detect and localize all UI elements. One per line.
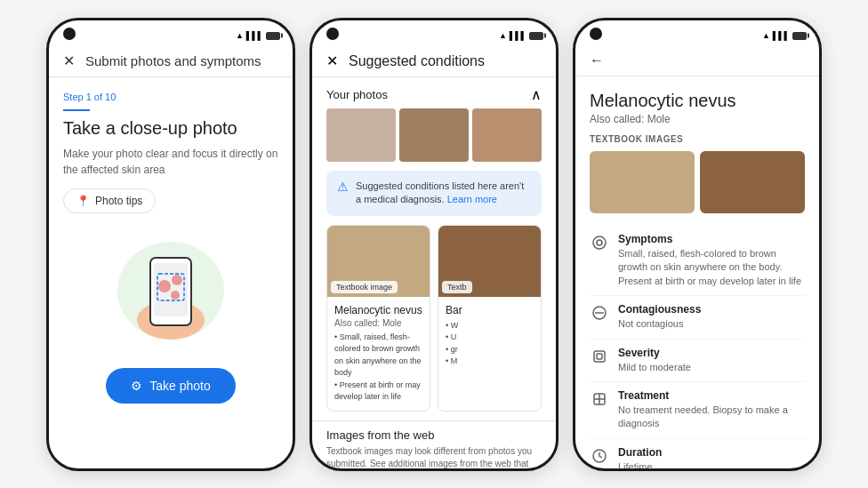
photo-thumb-2 [399,108,469,162]
phone-2-notch [326,28,339,40]
phone-1: ▲ ▌▌▌ ✕ Submit photos and symptoms Step … [46,18,295,471]
status-icons-3: ▲ ▌▌▌ [762,31,807,40]
phone-3-notch [590,28,602,40]
severity-title: Severity [618,347,691,359]
condition-card-2[interactable]: Textb Bar • W• U• gr• M [438,225,542,412]
photo-thumb-1 [326,108,396,162]
condition-card-1[interactable]: Textbook image Melanocytic nevus Also ca… [326,225,430,412]
detail-contagiousness: Contagiousness Not contagious [590,296,805,339]
status-icons-2: ▲ ▌▌▌ [499,31,543,40]
detail-treatment: Treatment No treament needed. Biopsy to … [590,382,805,439]
svg-rect-12 [597,354,602,359]
treatment-text: No treament needed. Biopsy to make a dia… [618,404,805,431]
symptoms-text: Small, raised, flesh-colored to brown gr… [618,247,805,288]
detail-symptoms: Symptoms Small, raised, flesh-colored to… [590,226,805,296]
step-underline [63,109,90,111]
symptoms-icon [590,233,609,252]
detail-duration: Duration Lifetime [590,439,805,468]
symptoms-body: Symptoms Small, raised, flesh-colored to… [618,233,805,288]
severity-icon [590,347,609,366]
card-name-1: Melanocytic nevus [334,304,422,316]
card-image-label-1: Textbook image [331,281,398,293]
alert-icon: ⚠ [337,180,349,194]
back-icon[interactable]: ← [590,52,604,68]
phone-2-header: ✕ Suggested conditions [312,45,556,77]
phone-illustration [63,231,278,350]
phone-2: ▲ ▌▌▌ ✕ Suggested conditions Your photos… [309,18,559,471]
card-body-1: Melanocytic nevus Also called: Mole • Sm… [327,297,430,411]
symptoms-title: Symptoms [618,233,805,245]
main-heading: Take a close-up photo [63,118,278,139]
wifi-icon: ▲ [236,31,244,40]
contagiousness-title: Contagiousness [618,303,701,316]
card-name-2: Bar [446,304,534,316]
svg-rect-2 [154,263,188,316]
take-photo-area: ⚙ Take photo [63,368,278,404]
close-icon[interactable]: ✕ [63,52,75,69]
web-images-title: Images from the web [326,428,542,442]
textbook-img-1 [590,151,695,213]
severity-body: Severity Mild to moderate [618,347,691,374]
phone-container: ▲ ▌▌▌ ✕ Submit photos and symptoms Step … [46,18,822,471]
bullet-1: • Small, raised, flesh-colored to brown … [334,332,422,380]
treatment-body: Treatment No treament needed. Biopsy to … [618,389,805,431]
card-image-2: Textb [438,226,541,297]
step-label: Step 1 of 10 [63,92,278,102]
phone-3-status-bar: ▲ ▌▌▌ [575,20,819,45]
close-icon-2[interactable]: ✕ [326,52,338,69]
learn-more-link[interactable]: Learn more [447,194,497,204]
phone-3-content: Melanocytic nevus Also called: Mole TEXT… [575,76,819,468]
hand-phone-svg [113,231,229,350]
condition-title: Melanocytic nevus [590,91,805,111]
duration-title: Duration [618,446,662,459]
phone-1-title: Submit photos and symptoms [85,53,261,68]
alert-text: Suggested conditions listed here aren't … [356,180,531,207]
card-image-label-2: Textb [442,281,472,293]
sub-text: Make your photo clear and focus it direc… [63,146,278,178]
phone-3-header: ← [575,45,819,76]
camera-icon: ⚙ [131,379,142,393]
duration-body: Duration Lifetime [618,446,662,468]
card-bullets-2: • W• U• gr• M [446,320,534,368]
photos-grid [312,108,556,171]
textbook-img-2 [700,151,805,213]
chevron-up-icon[interactable]: ∧ [531,86,542,103]
svg-point-8 [597,240,602,245]
detail-severity: Severity Mild to moderate [590,340,805,382]
duration-text: Lifetime [618,460,662,468]
lightbulb-icon: 📍 [76,195,90,207]
phone-1-header: ✕ Submit photos and symptoms [49,45,293,77]
phone-2-status-bar: ▲ ▌▌▌ [312,20,556,45]
take-photo-button[interactable]: ⚙ Take photo [106,368,236,404]
alert-text-content: Suggested conditions listed here aren't … [356,180,524,204]
condition-alias: Also called: Mole [590,113,805,125]
textbook-label: TEXTBOOK IMAGES [590,134,805,144]
battery-icon-3 [792,32,807,40]
battery-icon-2 [529,32,543,40]
treatment-icon [590,389,609,409]
card-alias-1: Also called: Mole [334,318,422,328]
contagiousness-text: Not contagious [618,317,701,331]
photo-tips-label: Photo tips [95,195,142,207]
svg-point-7 [593,236,606,249]
photo-thumb-3 [472,108,542,162]
treatment-title: Treatment [618,389,805,402]
svg-point-4 [172,275,182,285]
phone-3: ▲ ▌▌▌ ← Melanocytic nevus Also called: M… [573,18,822,471]
your-photos-label: Your photos [326,88,388,101]
wifi-icon-2: ▲ [499,31,507,40]
phone-1-notch [63,28,76,40]
duration-icon [590,446,609,466]
svg-point-5 [171,291,180,300]
conditions-grid: Textbook image Melanocytic nevus Also ca… [312,225,556,420]
details-list: Symptoms Small, raised, flesh-colored to… [590,226,805,468]
web-images-desc: Textbook images may look different from … [326,445,542,468]
signal-icon-3: ▌▌▌ [773,31,790,40]
contagious-icon [590,303,609,323]
take-photo-label: Take photo [149,379,211,393]
phone-2-content: Your photos ∧ ⚠ Suggested conditions lis… [312,77,556,468]
web-images-section: Images from the web Textbook images may … [312,420,556,468]
card-image-1: Textbook image [327,226,430,297]
photo-tips-button[interactable]: 📍 Photo tips [63,188,156,213]
phone-1-status-bar: ▲ ▌▌▌ [49,20,293,45]
